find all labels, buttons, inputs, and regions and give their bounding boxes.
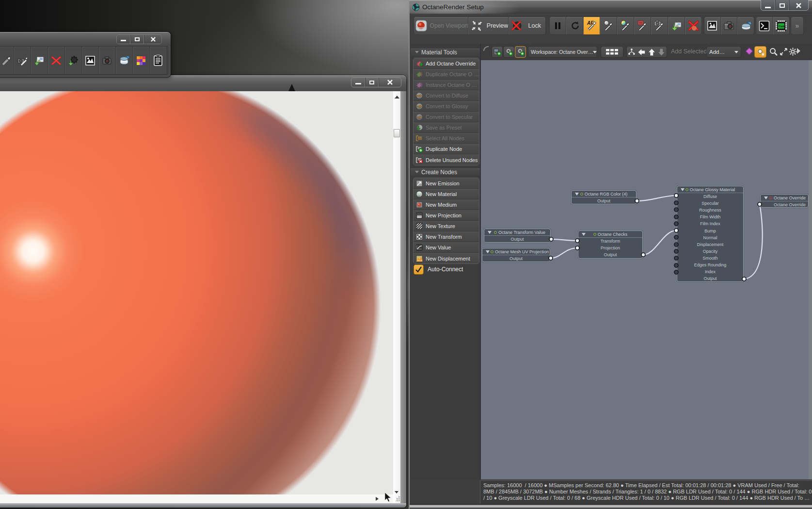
- svg-text:Cuda: Cuda: [779, 25, 786, 28]
